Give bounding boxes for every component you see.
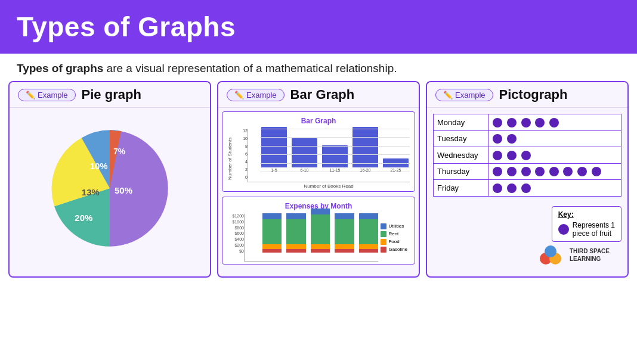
y-axis-label: Number of Students	[227, 129, 236, 189]
chart-legend: Utilities Rent Food	[378, 214, 410, 262]
bar-panel: ✏️ Example Bar Graph Bar Graph Number of…	[217, 81, 420, 278]
bar-chart-1-title: Bar Graph	[227, 117, 410, 125]
key-box: Key: Represents 1piece of fruit	[552, 206, 621, 242]
pictograph-panel-body: Monday Tuesday	[427, 108, 627, 276]
pencil-icon: ✏️	[26, 91, 35, 99]
pictograph-example-badge: ✏️ Example	[435, 89, 493, 101]
key-title: Key:	[558, 210, 615, 219]
key-dot	[558, 224, 569, 235]
pictograph-panel-title: Pictograph	[499, 87, 568, 102]
bar-1-5: 1-5	[260, 127, 288, 172]
page-title: Types of Graphs	[17, 11, 620, 43]
legend-rent: Rent	[381, 231, 407, 237]
pictograph-table: Monday Tuesday	[433, 114, 621, 197]
pie-panel-header: ✏️ Example Pie graph	[10, 82, 210, 108]
dots-wednesday	[488, 147, 621, 164]
pie-panel: ✏️ Example Pie graph	[8, 81, 211, 278]
third-space-logo-icon	[539, 244, 565, 266]
bar-6-10: 6-10	[290, 138, 318, 172]
pictograph-panel: ✏️ Example Pictograph Monday	[426, 81, 629, 278]
pie-label-10: 10%	[90, 161, 108, 171]
pie-panel-title: Pie graph	[82, 87, 141, 102]
pictograph-pencil-icon: ✏️	[443, 91, 453, 99]
bar-panel-body: Bar Graph Number of Students 12 10 8 6 4	[218, 108, 419, 268]
stacked-bar-4	[335, 213, 354, 253]
dots-tuesday	[488, 130, 621, 147]
pie-panel-body: 50% 20% 13% 10% 7%	[10, 108, 210, 263]
intro-bold: Types of graphs	[17, 62, 103, 74]
dots-monday	[488, 114, 621, 131]
stacked-bar-3	[311, 209, 330, 253]
stacked-bar-2	[286, 213, 305, 253]
dots-friday	[488, 180, 621, 197]
footer-logo: THIRD SPACE LEARNING	[433, 242, 621, 270]
stacked-bar-1	[262, 213, 282, 253]
pictograph-row-friday: Friday	[434, 180, 621, 197]
bar-label: 1-5	[271, 168, 277, 172]
stacked-bar-5	[359, 213, 378, 253]
day-monday: Monday	[434, 114, 488, 131]
pictograph-row-monday: Monday	[434, 114, 621, 131]
legend-gasoline: Gasoline	[381, 247, 407, 253]
day-thursday: Thursday	[434, 163, 488, 180]
pictograph-row-wednesday: Wednesday	[434, 147, 621, 164]
header: Types of Graphs	[0, 0, 637, 54]
pictograph-panel-header: ✏️ Example Pictograph	[427, 82, 627, 108]
bar-21-25: 21-25	[382, 158, 410, 172]
bar-pencil-icon: ✏️	[234, 91, 244, 99]
key-description: Represents 1piece of fruit	[573, 221, 615, 238]
pictograph-row-tuesday: Tuesday	[434, 130, 621, 147]
bar-panel-header: ✏️ Example Bar Graph	[218, 82, 419, 108]
day-friday: Friday	[434, 180, 488, 197]
day-wednesday: Wednesday	[434, 147, 488, 164]
pie-label-13: 13%	[82, 187, 100, 197]
stacked-chart: Expenses by Month $1200 $1000 $800 $600 …	[222, 197, 415, 265]
bar-chart-1: Bar Graph Number of Students 12 10 8 6 4	[222, 111, 415, 192]
pie-label-20: 20%	[75, 213, 92, 223]
bar-16-20: 16-20	[351, 127, 379, 172]
main-content: ✏️ Example Pie graph	[0, 81, 637, 286]
svg-point-2	[545, 245, 556, 257]
bar-rect	[261, 127, 286, 167]
legend-food: Food	[381, 239, 407, 245]
page-wrapper: Types of Graphs Types of graphs are a vi…	[0, 0, 637, 364]
bar-11-15: 11-15	[321, 145, 349, 172]
legend-utilities: Utilities	[381, 223, 407, 229]
x-axis-label: Number of Books Read	[248, 183, 410, 189]
dots-thursday	[488, 163, 621, 180]
intro-text: Types of graphs are a visual representat…	[0, 54, 637, 81]
pie-label-50: 50%	[115, 185, 132, 195]
pictograph-row-thursday: Thursday	[434, 163, 621, 180]
y-tick-12: 12	[243, 129, 248, 133]
brand-text: THIRD SPACE LEARNING	[570, 247, 610, 263]
bar-example-badge: ✏️ Example	[227, 89, 285, 101]
pie-example-badge: ✏️ Example	[18, 89, 76, 101]
pie-label-7: 7%	[113, 147, 125, 156]
pie-chart: 50% 20% 13% 10% 7%	[41, 120, 178, 257]
key-content: Represents 1piece of fruit	[558, 221, 615, 238]
day-tuesday: Tuesday	[434, 130, 488, 147]
intro-rest: are a visual representation of a mathema…	[103, 62, 397, 74]
bar-panel-title: Bar Graph	[290, 87, 355, 102]
